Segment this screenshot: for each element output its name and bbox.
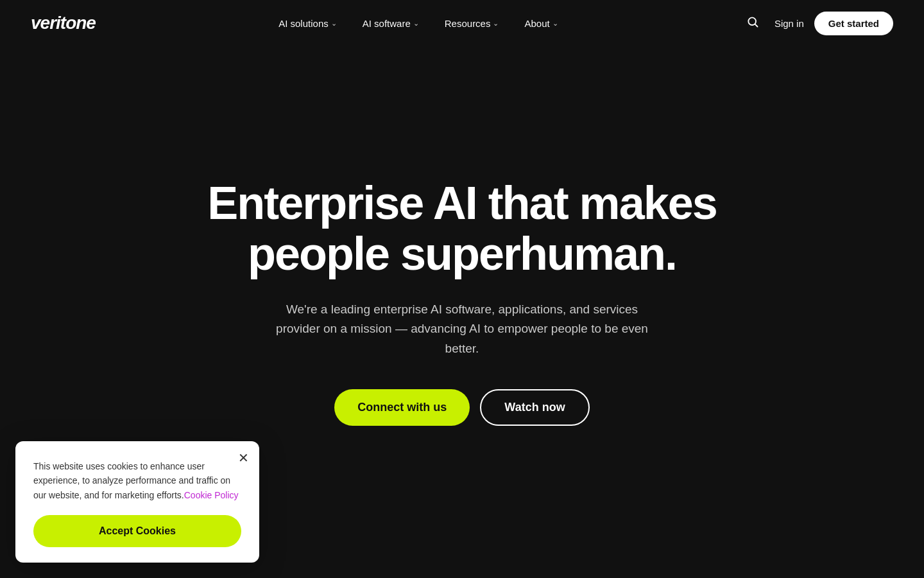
get-started-button[interactable]: Get started xyxy=(814,12,893,35)
chevron-down-icon: ⌄ xyxy=(331,19,337,28)
hero-title: Enterprise AI that makes people superhum… xyxy=(173,178,751,279)
cookie-close-button[interactable]: ✕ xyxy=(238,450,249,466)
watch-now-button[interactable]: Watch now xyxy=(480,389,589,426)
nav-item-ai-solutions[interactable]: AI solutions ⌄ xyxy=(268,13,347,34)
nav-item-resources[interactable]: Resources ⌄ xyxy=(434,13,509,34)
search-icon xyxy=(746,17,759,31)
nav-item-ai-software[interactable]: AI software ⌄ xyxy=(352,13,429,34)
chevron-down-icon: ⌄ xyxy=(413,19,419,28)
svg-line-1 xyxy=(755,24,758,26)
nav-item-about[interactable]: About ⌄ xyxy=(514,13,568,34)
nav-links: AI solutions ⌄ AI software ⌄ Resources ⌄… xyxy=(268,13,568,34)
accept-cookies-button[interactable]: Accept Cookies xyxy=(33,515,241,547)
cookie-text: This website uses cookies to enhance use… xyxy=(33,459,241,502)
cookie-policy-link[interactable]: Cookie Policy xyxy=(184,490,239,500)
connect-with-us-button[interactable]: Connect with us xyxy=(334,389,470,426)
nav-right: Sign in Get started xyxy=(741,10,893,37)
close-icon: ✕ xyxy=(238,451,249,465)
chevron-down-icon: ⌄ xyxy=(552,19,558,28)
logo[interactable]: veritone xyxy=(31,13,96,33)
hero-buttons: Connect with us Watch now xyxy=(334,389,589,426)
search-button[interactable] xyxy=(741,10,764,37)
navbar: veritone AI solutions ⌄ AI software ⌄ Re… xyxy=(0,0,924,46)
cookie-banner: ✕ This website uses cookies to enhance u… xyxy=(15,441,259,563)
hero-subtitle: We're a leading enterprise AI software, … xyxy=(276,300,648,358)
chevron-down-icon: ⌄ xyxy=(493,19,499,28)
signin-button[interactable]: Sign in xyxy=(774,18,804,29)
